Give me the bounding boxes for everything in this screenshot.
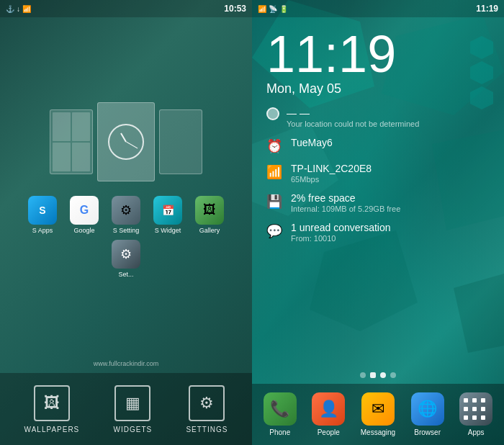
right-bottom-dock: 📞 Phone 👤 People ✉ Messaging 🌐 Browser	[252, 384, 504, 445]
notif-location-subtitle: Your location could not be determined	[287, 120, 419, 128]
right-status-bar: 📶 📡 🔋 11:19	[252, 0, 504, 17]
apps-icon	[459, 392, 492, 426]
left-panel: ⚓ ↓ 📶 10:53	[0, 0, 252, 445]
left-bottom-options: 🖼 WALLPAPERS ▦ WIDGETS ⚙ SETTINGS	[0, 373, 252, 445]
app-icons-row: S S Apps G Google ⚙ S Setting 📅 S Widget…	[7, 196, 245, 278]
right-main: 11:19 Mon, May 05 — — Your location coul…	[252, 17, 504, 372]
messaging-icon: ✉	[361, 392, 395, 426]
right-battery-icon: 🔋	[279, 5, 288, 13]
storage-icon: 💾	[266, 194, 284, 210]
notif-location: — — Your location could not be determine…	[266, 107, 490, 128]
right-signal-icon: 📶	[258, 5, 266, 13]
notif-wifi-subtitle: 65Mbps	[291, 175, 372, 184]
google-icon-box: G	[70, 196, 99, 225]
settings-label: SETTINGS	[186, 426, 228, 433]
page-thumbnails[interactable]	[50, 102, 202, 181]
notif-calendar-text: TueMay6	[291, 137, 333, 148]
right-wifi-icon: 📡	[269, 5, 277, 13]
settings2-icon-box: ⚙	[112, 240, 140, 269]
right-panel: 📶 📡 🔋 11:19 11:19 Mon, May 05 — — Your l…	[252, 0, 504, 445]
notif-wifi-title: TP-LINK_2C20E8	[291, 163, 372, 174]
people-icon: 👤	[312, 392, 345, 426]
ssettings-label: S Setting	[108, 227, 144, 234]
gallery-label: Gallery	[192, 227, 228, 234]
swidget-icon-box: 📅	[153, 196, 182, 225]
notif-storage-subtitle: Internal: 109MB of 5.29GB free	[291, 204, 400, 213]
sapps-icon-box: S	[28, 196, 57, 225]
widgets-label: WIDGETS	[114, 426, 153, 433]
gallery-icon-box: 🖼	[195, 196, 224, 225]
right-status-icons: 📶 📡 🔋	[258, 5, 288, 13]
notif-location-text: — — Your location could not be determine…	[287, 107, 419, 128]
page-thumb-1[interactable]	[50, 109, 93, 174]
app-icon-google[interactable]: G Google	[66, 196, 102, 234]
message-icon: 💬	[266, 223, 284, 239]
dock-apps[interactable]: Apps	[459, 392, 492, 436]
page-thumb-2-active[interactable]	[97, 102, 155, 181]
notif-message-text: 1 unread conversation From: 10010	[291, 222, 391, 243]
notif-calendar: ⏰ TueMay6	[266, 137, 490, 154]
dock-phone[interactable]: 📞 Phone	[264, 392, 297, 436]
wallpapers-icon: 🖼	[34, 385, 70, 421]
page-dots	[252, 372, 504, 378]
settings-icon: ⚙	[189, 385, 225, 421]
left-status-bar: ⚓ ↓ 📶 10:53	[0, 0, 252, 17]
wallpapers-label: WALLPAPERS	[24, 426, 80, 433]
app-icon-sapps[interactable]: S S Apps	[24, 196, 60, 234]
notif-wifi-text: TP-LINK_2C20E8 65Mbps	[291, 163, 372, 184]
settings-option[interactable]: ⚙ SETTINGS	[186, 385, 228, 433]
calendar-icon: ⏰	[266, 138, 284, 154]
wifi-notif-icon: 📶	[266, 164, 284, 180]
app-icon-swidget[interactable]: 📅 S Widget	[150, 196, 186, 234]
notif-location-title: — —	[287, 107, 419, 119]
app-icon-ssetting[interactable]: ⚙ S Setting	[108, 196, 144, 234]
page-dot-home[interactable]	[370, 372, 376, 378]
page-thumb-3[interactable]	[159, 109, 202, 174]
dock-people[interactable]: 👤 People	[312, 392, 345, 436]
notif-storage-title: 2% free space	[291, 192, 400, 204]
location-dot-icon	[266, 107, 279, 120]
notif-message: 💬 1 unread conversation From: 10010	[266, 222, 490, 243]
big-date: Mon, May 05	[266, 81, 490, 96]
settings2-label: Set...	[108, 271, 144, 278]
notif-message-title: 1 unread conversation	[291, 222, 391, 233]
wallpapers-option[interactable]: 🖼 WALLPAPERS	[24, 385, 80, 433]
app-icon-settings2[interactable]: ⚙ Set...	[108, 240, 144, 278]
notif-storage-text: 2% free space Internal: 109MB of 5.29GB …	[291, 192, 400, 213]
signal-icon: 📶	[22, 5, 31, 13]
browser-icon: 🌐	[411, 392, 444, 426]
swidget-label: S Widget	[150, 227, 186, 234]
notif-message-subtitle: From: 10010	[291, 234, 391, 243]
google-label: Google	[66, 227, 102, 234]
notif-storage: 💾 2% free space Internal: 109MB of 5.29G…	[266, 192, 490, 213]
widgets-option[interactable]: ▦ WIDGETS	[114, 385, 153, 433]
page-dot-active[interactable]	[380, 372, 386, 378]
watermark: www.fullcrackindir.com	[94, 360, 159, 367]
download-icon: ↓	[17, 5, 20, 13]
messaging-label: Messaging	[361, 428, 395, 436]
people-label: People	[318, 428, 340, 436]
clock-widget	[108, 124, 144, 160]
left-main: S S Apps G Google ⚙ S Setting 📅 S Widget…	[0, 17, 252, 373]
big-clock: 11:19	[266, 28, 490, 80]
apps-label: Apps	[468, 428, 485, 436]
page-dot-1[interactable]	[360, 372, 366, 378]
right-time: 11:19	[476, 4, 498, 14]
clock-minute-hand	[126, 141, 138, 148]
browser-label: Browser	[414, 428, 441, 436]
phone-icon: 📞	[264, 392, 297, 426]
dock-browser[interactable]: 🌐 Browser	[411, 392, 444, 436]
usb-icon: ⚓	[6, 5, 14, 13]
ssettings-icon-box: ⚙	[112, 196, 140, 225]
app-icon-gallery[interactable]: 🖼 Gallery	[192, 196, 228, 234]
notif-calendar-title: TueMay6	[291, 137, 333, 148]
page-dot-4[interactable]	[390, 372, 396, 378]
left-time: 10:53	[224, 4, 246, 14]
notif-wifi: 📶 TP-LINK_2C20E8 65Mbps	[266, 163, 490, 184]
dock-messaging[interactable]: ✉ Messaging	[361, 392, 395, 436]
widgets-icon: ▦	[114, 385, 150, 421]
phone-label: Phone	[269, 428, 290, 436]
sapps-label: S Apps	[24, 227, 60, 234]
left-status-icons: ⚓ ↓ 📶	[6, 5, 31, 13]
clock-hour-hand	[120, 132, 127, 142]
